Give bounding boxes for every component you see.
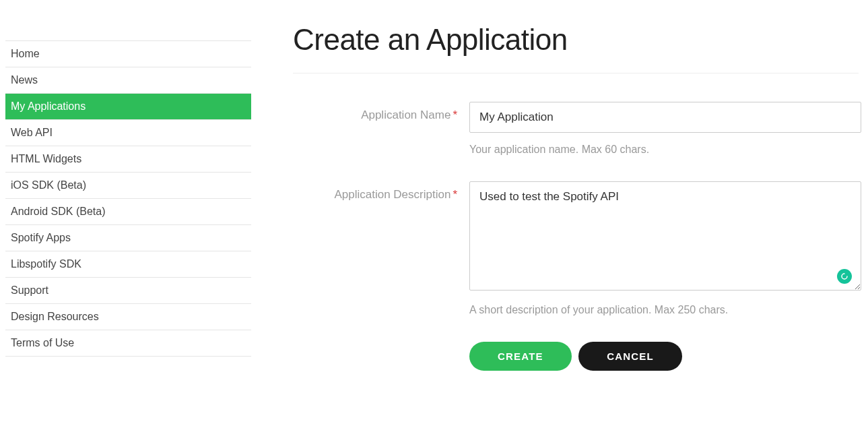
sidebar-item-news[interactable]: News — [5, 67, 251, 94]
sidebar-item-home[interactable]: Home — [5, 41, 251, 67]
sidebar-item-ios-sdk[interactable]: iOS SDK (Beta) — [5, 173, 251, 199]
label-text: Application Description — [334, 188, 450, 201]
sidebar-item-spotify-apps[interactable]: Spotify Apps — [5, 225, 251, 251]
divider — [293, 73, 859, 73]
sidebar-item-support[interactable]: Support — [5, 278, 251, 304]
sidebar-item-web-api[interactable]: Web API — [5, 120, 251, 146]
sidebar: Home News My Applications Web API HTML W… — [0, 0, 251, 426]
application-description-label: Application Description* — [293, 181, 469, 202]
application-description-help: A short description of your application.… — [469, 304, 861, 316]
application-name-help: Your application name. Max 60 chars. — [469, 144, 861, 156]
form-row-description: Application Description* A short descrip… — [293, 181, 868, 316]
form-row-name: Application Name* Your application name.… — [293, 102, 868, 156]
application-name-input[interactable] — [469, 102, 861, 133]
form-buttons: CREATE CANCEL — [469, 342, 868, 371]
page-title: Create an Application — [293, 23, 868, 57]
main-content: Create an Application Application Name* … — [251, 0, 868, 426]
sidebar-item-libspotify-sdk[interactable]: Libspotify SDK — [5, 251, 251, 278]
sidebar-item-android-sdk[interactable]: Android SDK (Beta) — [5, 199, 251, 225]
sidebar-item-terms-of-use[interactable]: Terms of Use — [5, 330, 251, 357]
application-description-field-wrap: A short description of your application.… — [469, 181, 861, 316]
sidebar-item-design-resources[interactable]: Design Resources — [5, 304, 251, 330]
required-marker: * — [453, 188, 457, 201]
sidebar-item-html-widgets[interactable]: HTML Widgets — [5, 146, 251, 173]
sidebar-item-my-applications[interactable]: My Applications — [5, 94, 251, 120]
cancel-button[interactable]: CANCEL — [578, 342, 682, 371]
sidebar-list: Home News My Applications Web API HTML W… — [5, 40, 251, 357]
description-textarea-wrap — [469, 181, 861, 293]
required-marker: * — [453, 109, 457, 121]
create-button[interactable]: CREATE — [469, 342, 572, 371]
application-name-field-wrap: Your application name. Max 60 chars. — [469, 102, 861, 156]
application-name-label: Application Name* — [293, 102, 469, 122]
label-text: Application Name — [361, 109, 450, 121]
application-description-input[interactable] — [469, 181, 861, 291]
